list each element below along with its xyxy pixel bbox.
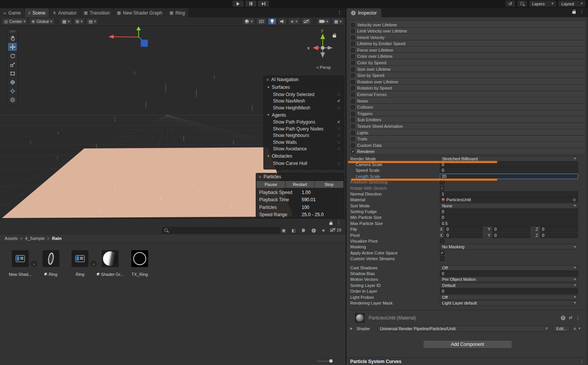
ring_mesh-thumbnail-icon[interactable] (42, 250, 59, 267)
module-checkbox[interactable] (351, 54, 355, 58)
axis-field[interactable]: 0 (492, 226, 530, 232)
audio-toggle[interactable] (278, 18, 287, 25)
module-checkbox[interactable] (351, 131, 355, 135)
module-checkbox[interactable] (351, 143, 355, 147)
tab-transition[interactable]: ▦Transition (80, 8, 113, 17)
breadcrumb-item-rain[interactable]: Rain (52, 236, 62, 241)
module-checkbox[interactable]: ✓ (351, 150, 355, 153)
module-row-rotation-by-speed[interactable]: Rotation by Speed (349, 85, 586, 91)
module-checkbox[interactable] (351, 42, 355, 46)
module-checkbox[interactable] (351, 80, 355, 84)
module-checkbox[interactable] (351, 29, 355, 33)
search-by-type-icon[interactable]: ◧ (290, 228, 297, 233)
checkbox[interactable] (336, 127, 341, 131)
checkbox[interactable] (336, 161, 341, 166)
module-row-limit-velocity-over-lifetime[interactable]: Limit Velocity over Lifetime (349, 28, 586, 34)
module-checkbox[interactable] (351, 105, 355, 109)
checkbox[interactable]: ✓ (336, 120, 341, 124)
transform-tool[interactable] (8, 78, 17, 86)
value-field[interactable]: 0 (440, 288, 578, 294)
axis-field[interactable]: 0 (492, 233, 530, 238)
shader-dropdown[interactable]: Universal Render Pipeline/Particles/Unli… (377, 326, 549, 332)
module-row-collision[interactable]: Collision (349, 104, 586, 110)
snap-increment-dropdown[interactable]: ▤▾ (86, 18, 98, 25)
gizmos-dropdown[interactable]: ▦▾ (332, 18, 344, 25)
object-field[interactable]: ParticlesUnlit⊙ (440, 197, 578, 202)
material-foldout-icon[interactable]: ▶ (350, 327, 353, 330)
checkbox[interactable] (336, 147, 341, 151)
dropdown-field[interactable]: Off▾ (440, 295, 578, 300)
value-field[interactable]: 0 (440, 271, 578, 276)
grid-visibility-dropdown[interactable]: ▦▾ (60, 18, 72, 25)
ground-plane[interactable] (2, 147, 293, 218)
breadcrumb-item-4-sample[interactable]: 4_Sample (25, 236, 45, 241)
asset-item-new-shad[interactable]: New Shad... (8, 250, 33, 277)
module-row-force-over-lifetime[interactable]: Force over Lifetime (349, 47, 586, 53)
module-checkbox[interactable] (351, 73, 355, 77)
custom-tool-particle-edit[interactable] (8, 87, 17, 95)
scale-tool[interactable] (8, 60, 17, 68)
module-row-size-by-speed[interactable]: Size by Speed (349, 73, 586, 78)
inspector-scrollbar[interactable] (586, 17, 588, 365)
module-row-velocity-over-lifetime[interactable]: Velocity over Lifetime (349, 22, 586, 28)
view-hand-tool[interactable] (8, 34, 17, 42)
dropdown-field[interactable]: Off▾ (440, 265, 578, 270)
gizmo-lock-icon[interactable] (333, 35, 336, 37)
module-checkbox[interactable] (351, 86, 355, 90)
asset-item-shader-gr[interactable]: Shader Gr... (98, 250, 122, 277)
inspector-lock-icon[interactable] (572, 11, 576, 14)
module-row-sub-emitters[interactable]: Sub Emitters (349, 117, 586, 123)
inspector-menu-icon[interactable]: ⋮ (580, 9, 584, 14)
particles-header[interactable]: ≡ Particles (256, 173, 344, 181)
dropdown-field[interactable]: Default▾ (440, 283, 578, 288)
scene-visibility-toggle[interactable] (301, 18, 311, 25)
project-menu-icon[interactable]: ⋮ (336, 220, 341, 225)
texture-thumbnail-icon[interactable] (131, 250, 148, 267)
shader-edit-button[interactable]: Edit... (553, 326, 570, 332)
module-checkbox[interactable] (351, 99, 355, 103)
restart-button[interactable]: Restart (286, 181, 314, 188)
module-row-custom-data[interactable]: Custom Data (349, 142, 586, 148)
checkbox[interactable] (440, 239, 444, 243)
curves-menu-icon[interactable]: ⋮ (580, 359, 584, 364)
tab-scene[interactable]: #Scene (25, 8, 49, 17)
module-checkbox[interactable] (351, 67, 355, 71)
shadergraph-thumbnail-icon[interactable] (12, 250, 29, 267)
add-component-button[interactable]: Add Component (423, 340, 512, 349)
axis-field[interactable]: 0 (444, 233, 482, 238)
value-field[interactable]: 0 (440, 215, 578, 220)
help-icon[interactable]: ? (561, 316, 565, 320)
asset-expander-icon[interactable]: › (90, 261, 97, 267)
snap-toggle-button[interactable]: ⊞▾ (74, 18, 85, 25)
module-checkbox[interactable] (351, 93, 355, 96)
nav-section-obstacles[interactable]: ▼Obstacles (264, 152, 344, 160)
project-lock-icon[interactable] (329, 222, 332, 225)
module-checkbox[interactable] (351, 48, 355, 52)
tab-strip-menu-icon[interactable]: ⋮ (337, 10, 342, 15)
tool-handle-position-dropdown[interactable]: ◎Center▾ (2, 18, 28, 25)
tab-inspector[interactable]: i Inspector (346, 8, 381, 17)
module-row-size-over-lifetime[interactable]: Size over Lifetime (349, 66, 586, 72)
asset-zoom-slider[interactable] (317, 359, 333, 363)
asset-item-ring[interactable]: Ring (68, 250, 92, 277)
step-button[interactable] (258, 0, 269, 7)
module-row-trails[interactable]: Trails (349, 136, 586, 142)
open-new-window-icon[interactable]: ▣ (280, 228, 287, 233)
tab-animator[interactable]: ⋔Animator (49, 8, 80, 17)
breadcrumb-item-assets[interactable]: Assets (5, 236, 18, 241)
module-row-renderer[interactable]: ✓Renderer (349, 149, 586, 155)
effects-dropdown[interactable]: ∗▾ (288, 18, 300, 25)
value-field[interactable]: 20 (440, 174, 578, 179)
nav-section-agents[interactable]: ▼Agents (264, 111, 344, 119)
module-checkbox[interactable] (351, 61, 355, 65)
transform-gizmo[interactable] (108, 26, 148, 47)
perspective-toggle[interactable]: < Persp (304, 65, 343, 70)
axis-field[interactable]: 0 (540, 233, 578, 238)
value-field[interactable]: 0 (440, 162, 578, 167)
checkbox[interactable]: ✓ (440, 251, 444, 255)
asset-item-ring[interactable]: Ring (39, 250, 63, 277)
layout-dropdown[interactable]: Layout▾ (558, 0, 586, 7)
play-button[interactable] (232, 0, 244, 7)
tab-new-shader-graph[interactable]: ▦New Shader Graph (114, 8, 166, 17)
module-row-lifetime-by-emitter-speed[interactable]: Lifetime by Emitter Speed (349, 41, 586, 47)
